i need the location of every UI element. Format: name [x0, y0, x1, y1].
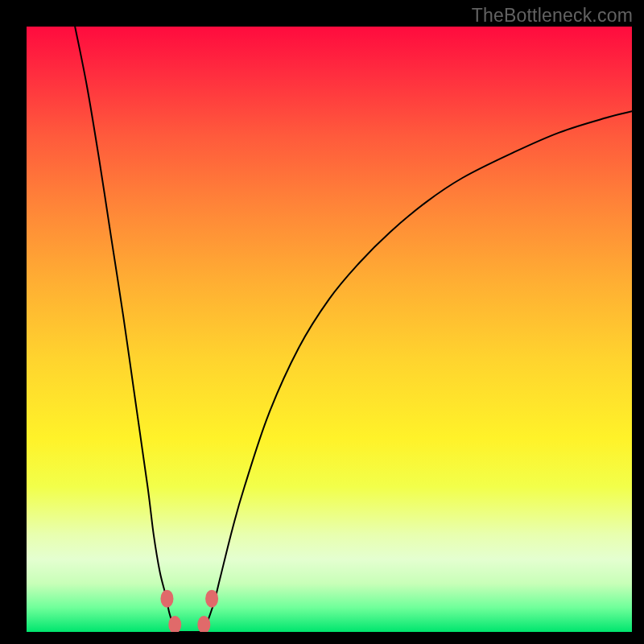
chart-plot-area [27, 27, 632, 632]
marker-right-upper [205, 590, 218, 608]
curve-group [75, 27, 632, 632]
chart-svg [27, 27, 632, 632]
marker-left-upper [160, 590, 173, 608]
curve-right-branch [202, 111, 632, 632]
curve-left-branch [75, 27, 178, 632]
watermark-text: TheBottleneck.com [472, 5, 633, 27]
